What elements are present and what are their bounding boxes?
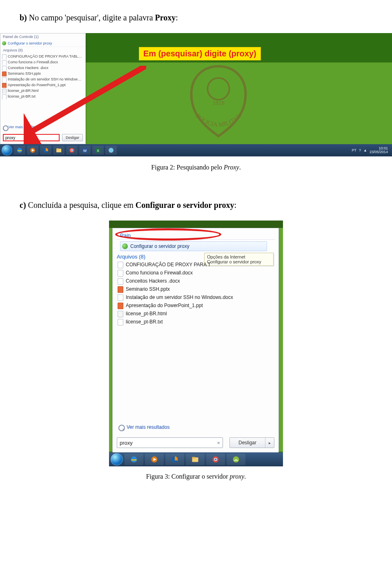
caption-post: .	[244, 473, 246, 480]
start-orb-icon[interactable]	[2, 145, 12, 156]
file-item[interactable]: Como funciona o Firewall.docx	[0, 59, 85, 65]
step-b-lead: b)	[20, 13, 27, 22]
svg-point-1	[207, 78, 229, 100]
step-c-heading: c) Concluída a pesquisa, clique em Confi…	[20, 200, 372, 211]
desktop-icon[interactable]	[117, 221, 135, 227]
tooltip-line1: Opções da Internet	[207, 254, 271, 259]
svg-point-12	[71, 149, 73, 151]
figure-2-caption: Figura 3: Configurar o servidor proxy.	[20, 473, 372, 480]
step-c-lead: c)	[20, 201, 26, 209]
step-b-text: No campo 'pesquisar', digite a palavra	[27, 13, 155, 22]
desktop-icon[interactable]	[220, 221, 238, 227]
explorer-icon[interactable]	[186, 454, 205, 465]
file-item[interactable]: CONFIGURAÇÃO DE PROXY PARA T	[116, 261, 275, 269]
file-item[interactable]: Conceitos Hackers .docx	[116, 277, 275, 285]
taskbar-app-icon[interactable]	[105, 146, 117, 155]
file-item[interactable]: Seminario SSH.pptx	[116, 285, 275, 293]
caption-pre: Figura 2: Pesquisando pelo	[151, 164, 224, 171]
files-group-header: Arquivos (8)	[0, 47, 85, 53]
svg-text:POLICIA MILITAR: POLICIA MILITAR	[195, 112, 243, 128]
svg-point-17	[109, 148, 114, 153]
chrome-icon[interactable]	[206, 454, 225, 465]
taskbar	[109, 452, 283, 466]
caption-post: .	[239, 164, 241, 171]
excel-icon[interactable]: X	[92, 146, 104, 155]
firefox-icon[interactable]	[40, 146, 51, 155]
start-orb-icon[interactable]	[111, 453, 123, 466]
caption-pre: Figura 3: Configurar o servidor	[146, 473, 230, 480]
control-panel-item-proxy[interactable]: Configurar o servidor proxy	[0, 40, 85, 47]
figure-1-caption: Figura 2: Pesquisando pelo Proxy.	[20, 164, 372, 171]
desktop-icon[interactable]	[151, 221, 169, 227]
step-b-tail: Proxy	[155, 13, 176, 22]
shutdown-button[interactable]: Desligar	[62, 134, 83, 141]
desktop-icons-strip	[109, 221, 283, 228]
file-item[interactable]: Seminario SSH.pptx	[0, 71, 85, 76]
police-badge-icon: 1818 POLICIA MILITAR	[176, 62, 261, 139]
step-c-tail: Configurar o servidor proxy	[136, 201, 234, 209]
shutdown-button[interactable]: Desligar ▸	[229, 437, 274, 448]
see-more-results-link[interactable]: Ver mais resultados	[118, 424, 169, 430]
app-icon[interactable]	[227, 454, 245, 465]
step-c-colon: :	[234, 201, 236, 209]
shutdown-label: Desligar	[230, 440, 265, 446]
firefox-icon[interactable]	[165, 454, 184, 465]
file-item[interactable]: Apresentação do PowerPoint_1.ppt	[0, 82, 85, 88]
start-menu-bottom-row: proxy × Desligar ▸	[117, 437, 274, 448]
word-icon[interactable]: W	[79, 146, 91, 155]
caption-italic: proxy	[230, 473, 245, 480]
file-list: CONFIGURAÇÃO DE PROXY PARA T Como funcio…	[113, 261, 278, 326]
annotation-callout: Em (pesquisar) digite (proxy)	[139, 47, 261, 60]
file-item[interactable]: license_pt-BR.txt	[116, 318, 275, 326]
step-b-heading: b) No campo 'pesquisar', digite a palavr…	[20, 12, 372, 23]
caption-italic: Proxy	[224, 164, 239, 171]
help-icon[interactable]: ?	[359, 148, 361, 152]
explorer-icon[interactable]	[53, 146, 65, 155]
chrome-icon[interactable]	[66, 146, 78, 155]
svg-text:W: W	[83, 149, 87, 153]
figure-1-screenshot: Painel de Controle (1) Configurar o serv…	[0, 33, 392, 156]
start-menu-search-row: Desligar	[3, 134, 83, 141]
desktop-icon[interactable]	[186, 221, 204, 227]
file-item[interactable]: license_pt-BR.txt	[0, 94, 85, 99]
media-player-icon[interactable]	[27, 146, 38, 155]
file-item[interactable]: Instalação de um servidor SSH no Windows…	[116, 293, 275, 301]
file-item[interactable]: Como funciona o Firewall.docx	[116, 269, 275, 277]
search-input[interactable]: proxy ×	[117, 437, 223, 448]
desktop-icon[interactable]	[254, 221, 272, 227]
annotation-ellipse-icon	[115, 228, 221, 241]
see-more-results-link[interactable]: Ver mais resultados	[3, 125, 41, 129]
file-item[interactable]: CONFIGURAÇÃO DE PROXY PARA TABLET.txt	[0, 53, 85, 59]
figure-2-screenshot: Pain Configurar o servidor proxy Arquivo…	[109, 221, 283, 466]
shutdown-options-arrow-icon[interactable]: ▸	[265, 438, 274, 448]
step-b-colon: :	[176, 13, 178, 22]
media-player-icon[interactable]	[145, 454, 164, 465]
svg-rect-9	[56, 148, 59, 149]
control-panel-item-proxy[interactable]: Configurar o servidor proxy	[120, 241, 267, 251]
svg-text:1818: 1818	[212, 99, 225, 106]
file-item[interactable]: license_pt-BR.html	[116, 310, 275, 318]
start-menu-panel: Painel de Controle (1) Configurar o serv…	[0, 33, 86, 144]
clear-search-icon[interactable]: ×	[217, 440, 220, 446]
control-panel-group-row: Pain	[113, 228, 278, 241]
step-c-text: Concluída a pesquisa, clique em	[26, 201, 136, 209]
ie-icon[interactable]	[125, 454, 143, 465]
taskbar: W X PT ? ▲ 10:01 23/05/2014	[0, 144, 392, 156]
file-item[interactable]: license_pt-BR.html	[0, 88, 85, 94]
svg-text:X: X	[97, 149, 99, 153]
ie-icon[interactable]	[14, 146, 25, 155]
system-tray: PT ? ▲ 10:01 23/05/2014	[352, 147, 391, 154]
svg-point-26	[215, 459, 217, 461]
control-panel-group-header: Painel de Controle (1)	[0, 33, 85, 40]
taskbar-clock[interactable]: 10:01 23/05/2014	[370, 147, 388, 154]
start-menu-panel: Pain Configurar o servidor proxy Arquivo…	[112, 228, 279, 452]
file-item[interactable]: Conceitos Hackers .docx	[0, 65, 85, 71]
file-item[interactable]: Instalação de um servidor SSH no Windows…	[0, 76, 85, 82]
search-input[interactable]	[3, 134, 60, 141]
tray-icon[interactable]: ▲	[363, 148, 367, 152]
file-item[interactable]: Apresentação do PowerPoint_1.ppt	[116, 301, 275, 310]
search-value: proxy	[120, 440, 133, 446]
clock-date: 23/05/2014	[370, 150, 388, 154]
svg-rect-23	[192, 457, 196, 459]
language-indicator[interactable]: PT	[352, 148, 357, 152]
